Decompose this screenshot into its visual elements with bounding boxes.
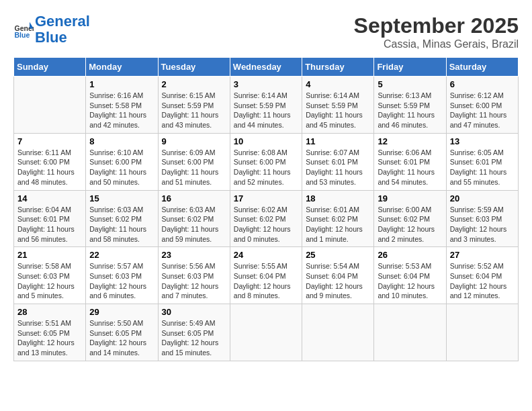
calendar-cell: 20Sunrise: 5:59 AM Sunset: 6:03 PM Dayli… [446, 190, 518, 247]
calendar-cell: 14Sunrise: 6:04 AM Sunset: 6:01 PM Dayli… [14, 190, 86, 247]
day-info: Sunrise: 5:55 AM Sunset: 6:04 PM Dayligh… [234, 261, 298, 301]
calendar-cell: 19Sunrise: 6:00 AM Sunset: 6:02 PM Dayli… [374, 190, 446, 247]
day-of-week-header: Tuesday [158, 58, 230, 77]
day-info: Sunrise: 5:51 AM Sunset: 6:05 PM Dayligh… [17, 318, 82, 358]
logo-text: General Blue [35, 13, 90, 46]
day-number: 22 [89, 250, 154, 260]
day-number: 14 [17, 193, 82, 203]
header: General Blue General Blue September 2025… [13, 13, 519, 50]
day-of-week-header: Saturday [446, 58, 518, 77]
day-info: Sunrise: 6:04 AM Sunset: 6:01 PM Dayligh… [17, 205, 82, 244]
calendar-row: 21Sunrise: 5:58 AM Sunset: 6:03 PM Dayli… [14, 247, 519, 304]
month-title: September 2025 [354, 13, 519, 38]
day-info: Sunrise: 6:03 AM Sunset: 6:02 PM Dayligh… [89, 205, 154, 244]
day-number: 26 [378, 250, 442, 260]
calendar-cell: 21Sunrise: 5:58 AM Sunset: 6:03 PM Dayli… [14, 247, 86, 304]
logo: General Blue General Blue [13, 13, 90, 46]
day-info: Sunrise: 6:03 AM Sunset: 6:02 PM Dayligh… [162, 205, 226, 244]
day-info: Sunrise: 5:59 AM Sunset: 6:03 PM Dayligh… [450, 205, 515, 244]
calendar-cell: 13Sunrise: 6:05 AM Sunset: 6:01 PM Dayli… [446, 133, 518, 190]
day-of-week-header: Wednesday [230, 58, 302, 77]
day-of-week-header: Thursday [302, 58, 374, 77]
day-info: Sunrise: 6:16 AM Sunset: 5:58 PM Dayligh… [89, 91, 154, 130]
calendar-cell: 5Sunrise: 6:13 AM Sunset: 5:59 PM Daylig… [374, 77, 446, 134]
calendar-cell: 9Sunrise: 6:09 AM Sunset: 6:00 PM Daylig… [158, 133, 230, 190]
calendar-cell: 15Sunrise: 6:03 AM Sunset: 6:02 PM Dayli… [86, 190, 158, 247]
calendar-table: SundayMondayTuesdayWednesdayThursdayFrid… [13, 57, 519, 361]
day-number: 4 [306, 79, 370, 89]
calendar-cell: 6Sunrise: 6:12 AM Sunset: 6:00 PM Daylig… [446, 77, 518, 134]
day-number: 23 [162, 250, 226, 260]
calendar-row: 28Sunrise: 5:51 AM Sunset: 6:05 PM Dayli… [14, 304, 519, 361]
calendar-cell: 27Sunrise: 5:52 AM Sunset: 6:04 PM Dayli… [446, 247, 518, 304]
calendar-cell: 7Sunrise: 6:11 AM Sunset: 6:00 PM Daylig… [14, 133, 86, 190]
day-number: 17 [234, 193, 298, 203]
day-number: 24 [234, 250, 298, 260]
day-info: Sunrise: 5:54 AM Sunset: 6:04 PM Dayligh… [306, 261, 370, 301]
day-info: Sunrise: 5:58 AM Sunset: 6:03 PM Dayligh… [17, 261, 82, 301]
day-of-week-header: Sunday [14, 58, 86, 77]
calendar-cell: 11Sunrise: 6:07 AM Sunset: 6:01 PM Dayli… [302, 133, 374, 190]
day-of-week-header: Monday [86, 58, 158, 77]
day-number: 3 [234, 79, 298, 89]
title-area: September 2025 Cassia, Minas Gerais, Bra… [354, 13, 519, 50]
calendar-cell: 23Sunrise: 5:56 AM Sunset: 6:03 PM Dayli… [158, 247, 230, 304]
day-info: Sunrise: 5:57 AM Sunset: 6:03 PM Dayligh… [89, 261, 154, 301]
day-number: 19 [378, 193, 442, 203]
calendar-cell: 29Sunrise: 5:50 AM Sunset: 6:05 PM Dayli… [86, 304, 158, 361]
day-info: Sunrise: 5:52 AM Sunset: 6:04 PM Dayligh… [450, 261, 515, 301]
day-number: 18 [306, 193, 370, 203]
calendar-cell: 12Sunrise: 6:06 AM Sunset: 6:01 PM Dayli… [374, 133, 446, 190]
day-info: Sunrise: 6:07 AM Sunset: 6:01 PM Dayligh… [306, 148, 370, 187]
day-number: 27 [450, 250, 515, 260]
svg-text:Blue: Blue [15, 31, 30, 39]
day-info: Sunrise: 6:10 AM Sunset: 6:00 PM Dayligh… [89, 148, 154, 187]
calendar-cell: 24Sunrise: 5:55 AM Sunset: 6:04 PM Dayli… [230, 247, 302, 304]
day-number: 15 [89, 193, 154, 203]
day-info: Sunrise: 6:15 AM Sunset: 5:59 PM Dayligh… [162, 91, 226, 130]
calendar-cell: 22Sunrise: 5:57 AM Sunset: 6:03 PM Dayli… [86, 247, 158, 304]
day-number: 5 [378, 79, 442, 89]
calendar-cell: 8Sunrise: 6:10 AM Sunset: 6:00 PM Daylig… [86, 133, 158, 190]
day-info: Sunrise: 6:08 AM Sunset: 6:00 PM Dayligh… [234, 148, 298, 187]
day-number: 20 [450, 193, 515, 203]
day-info: Sunrise: 6:05 AM Sunset: 6:01 PM Dayligh… [450, 148, 515, 187]
logo-line1: General [35, 13, 90, 30]
day-info: Sunrise: 5:49 AM Sunset: 6:05 PM Dayligh… [162, 318, 226, 358]
calendar-row: 7Sunrise: 6:11 AM Sunset: 6:00 PM Daylig… [14, 133, 519, 190]
day-number: 8 [89, 136, 154, 146]
day-info: Sunrise: 5:56 AM Sunset: 6:03 PM Dayligh… [162, 261, 226, 301]
calendar-cell: 18Sunrise: 6:01 AM Sunset: 6:02 PM Dayli… [302, 190, 374, 247]
calendar-cell: 16Sunrise: 6:03 AM Sunset: 6:02 PM Dayli… [158, 190, 230, 247]
day-info: Sunrise: 5:53 AM Sunset: 6:04 PM Dayligh… [378, 261, 442, 301]
logo-line2: Blue [35, 29, 67, 46]
calendar-cell: 28Sunrise: 5:51 AM Sunset: 6:05 PM Dayli… [14, 304, 86, 361]
day-info: Sunrise: 5:50 AM Sunset: 6:05 PM Dayligh… [89, 318, 154, 358]
day-number: 9 [162, 136, 226, 146]
calendar-cell [14, 77, 86, 134]
day-number: 30 [162, 307, 226, 317]
day-number: 11 [306, 136, 370, 146]
calendar-cell: 25Sunrise: 5:54 AM Sunset: 6:04 PM Dayli… [302, 247, 374, 304]
calendar-cell: 1Sunrise: 6:16 AM Sunset: 5:58 PM Daylig… [86, 77, 158, 134]
day-info: Sunrise: 6:00 AM Sunset: 6:02 PM Dayligh… [378, 205, 442, 244]
calendar-cell: 2Sunrise: 6:15 AM Sunset: 5:59 PM Daylig… [158, 77, 230, 134]
day-info: Sunrise: 6:09 AM Sunset: 6:00 PM Dayligh… [162, 148, 226, 187]
calendar-row: 14Sunrise: 6:04 AM Sunset: 6:01 PM Dayli… [14, 190, 519, 247]
day-info: Sunrise: 6:11 AM Sunset: 6:00 PM Dayligh… [17, 148, 82, 187]
day-number: 1 [89, 79, 154, 89]
day-number: 16 [162, 193, 226, 203]
calendar-cell [446, 304, 518, 361]
day-of-week-header: Friday [374, 58, 446, 77]
day-info: Sunrise: 6:01 AM Sunset: 6:02 PM Dayligh… [306, 205, 370, 244]
day-number: 7 [17, 136, 82, 146]
day-info: Sunrise: 6:14 AM Sunset: 5:59 PM Dayligh… [234, 91, 298, 130]
day-info: Sunrise: 6:12 AM Sunset: 6:00 PM Dayligh… [450, 91, 515, 130]
day-number: 12 [378, 136, 442, 146]
day-info: Sunrise: 6:02 AM Sunset: 6:02 PM Dayligh… [234, 205, 298, 244]
calendar-cell: 4Sunrise: 6:14 AM Sunset: 5:59 PM Daylig… [302, 77, 374, 134]
day-info: Sunrise: 6:14 AM Sunset: 5:59 PM Dayligh… [306, 91, 370, 130]
day-number: 2 [162, 79, 226, 89]
day-number: 29 [89, 307, 154, 317]
day-number: 13 [450, 136, 515, 146]
